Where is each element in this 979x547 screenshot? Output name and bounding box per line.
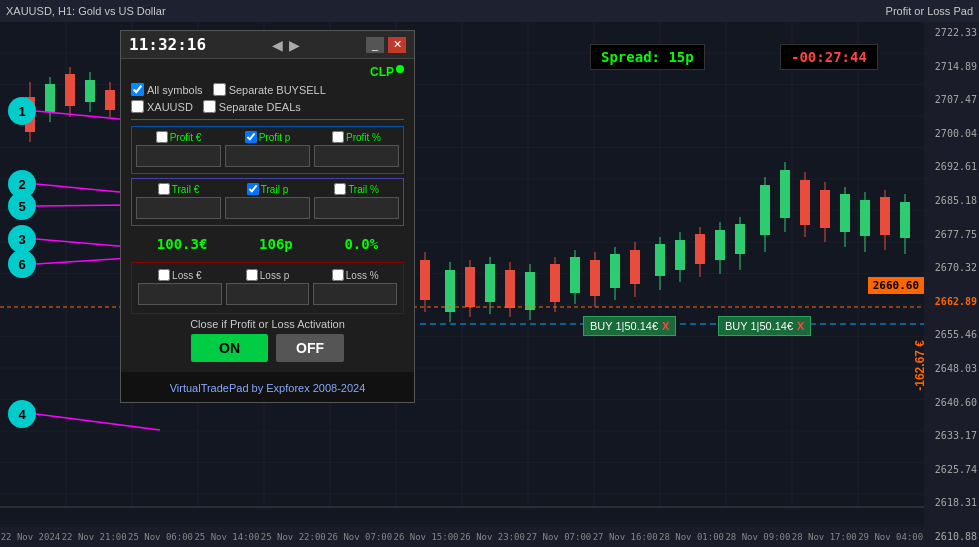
- time-14: 29 Nov 04:00: [858, 532, 923, 542]
- annotation-6: 6: [8, 250, 36, 278]
- svg-rect-87: [760, 185, 770, 235]
- price-2640: 2640.60: [926, 397, 977, 408]
- time-11: 28 Nov 01:00: [659, 532, 724, 542]
- profit-p-group: Profit p 50: [225, 131, 310, 167]
- trail-pct-cb[interactable]: [334, 183, 346, 195]
- profit-p-cb[interactable]: [245, 131, 257, 143]
- svg-rect-25: [105, 90, 115, 110]
- cb-all-symbols-input[interactable]: [131, 83, 144, 96]
- trail-euro-cb[interactable]: [158, 183, 170, 195]
- profit-label-row: Profit € 0 Profit p 50 Profit %: [136, 131, 399, 167]
- timer-box: -00:27:44: [780, 44, 878, 70]
- time-2: 22 Nov 21:00: [62, 532, 127, 542]
- cb-all-symbols-label: All symbols: [147, 84, 203, 96]
- cb-separate-deals[interactable]: Separate DEALs: [203, 100, 301, 113]
- profit-p-input[interactable]: 50: [225, 145, 310, 167]
- buy-badge-1[interactable]: BUY 1|50.14€ X: [583, 316, 676, 336]
- svg-rect-81: [695, 234, 705, 264]
- svg-rect-61: [485, 264, 495, 302]
- time-8: 26 Nov 23:00: [460, 532, 525, 542]
- loss-euro-group: Loss € 0: [138, 269, 222, 305]
- svg-rect-89: [780, 170, 790, 218]
- vtp-controls: _ ✕: [366, 37, 406, 53]
- profit-pct-input[interactable]: 0: [314, 145, 399, 167]
- svg-rect-85: [735, 224, 745, 254]
- annotation-5: 5: [8, 192, 36, 220]
- vtp-minimize-btn[interactable]: _: [366, 37, 384, 53]
- loss-euro-label: Loss €: [172, 270, 201, 281]
- profit-pct-cb[interactable]: [332, 131, 344, 143]
- loss-p-cb[interactable]: [246, 269, 258, 281]
- clp-row: CLP: [131, 65, 404, 79]
- clp-label: CLP: [370, 65, 394, 79]
- price-2633: 2633.17: [926, 430, 977, 441]
- profit-euro-input[interactable]: 0: [136, 145, 221, 167]
- trail-section: Trail € 0 Trail p 20 Trail %: [131, 178, 404, 226]
- loss-pct-input[interactable]: 0: [313, 283, 397, 305]
- buy-badge-1-close[interactable]: X: [662, 320, 669, 332]
- loss-euro-cb[interactable]: [158, 269, 170, 281]
- vtp-nav: ◀ ▶: [272, 37, 300, 53]
- trail-label-row: Trail € 0 Trail p 20 Trail %: [136, 183, 399, 219]
- vtp-footer: VirtualTradePad by Expforex 2008-2024: [121, 372, 414, 402]
- annotation-1: 1: [8, 97, 36, 125]
- loss-section: Loss € 0 Loss p 0 Loss % 0: [131, 262, 404, 314]
- vtp-nav-left[interactable]: ◀: [272, 37, 283, 53]
- loss-pct-cb[interactable]: [332, 269, 344, 281]
- trail-p-input[interactable]: 20: [225, 197, 310, 219]
- buy-badge-1-label: BUY 1|50.14€: [590, 320, 658, 332]
- loss-label-row: Loss € 0 Loss p 0 Loss % 0: [138, 269, 397, 305]
- chart-top-right: Profit or Loss Pad: [886, 5, 973, 17]
- profit-pct-label: Profit %: [346, 132, 381, 143]
- checkbox-row-2: XAUUSD Separate DEALs: [131, 100, 404, 113]
- buy-badge-2-label: BUY 1|50.14€: [725, 320, 793, 332]
- off-button[interactable]: OFF: [276, 334, 344, 362]
- trail-euro-input[interactable]: 0: [136, 197, 221, 219]
- vtp-close-btn[interactable]: ✕: [388, 37, 406, 53]
- svg-rect-67: [550, 264, 560, 302]
- spread-box: Spread: 15p: [590, 44, 705, 70]
- loss-pct-group: Loss % 0: [313, 269, 397, 305]
- trail-pct-group: Trail % 0: [314, 183, 399, 219]
- svg-rect-71: [590, 260, 600, 296]
- annotation-3: 3: [8, 225, 36, 253]
- cb-xauusd[interactable]: XAUUSD: [131, 100, 193, 113]
- trail-p-label: Trail p: [261, 184, 288, 195]
- svg-rect-99: [880, 197, 890, 235]
- trail-p-cb[interactable]: [247, 183, 259, 195]
- trail-pct-label: Trail %: [348, 184, 379, 195]
- svg-rect-77: [655, 244, 665, 276]
- time-1: 22 Nov 2024: [1, 532, 61, 542]
- vtp-time: 11:32:16: [129, 35, 206, 54]
- on-button[interactable]: ON: [191, 334, 268, 362]
- annotation-4: 4: [8, 400, 36, 428]
- vtp-titlebar: 11:32:16 ◀ ▶ _ ✕: [121, 31, 414, 59]
- svg-rect-21: [65, 74, 75, 106]
- svg-rect-91: [800, 180, 810, 225]
- cb-separate-deals-label: Separate DEALs: [219, 101, 301, 113]
- vtp-nav-right[interactable]: ▶: [289, 37, 300, 53]
- cb-separate-buysell[interactable]: Separate BUYSELL: [213, 83, 326, 96]
- pnl-vertical: -162.67 €: [913, 340, 927, 391]
- loss-p-input[interactable]: 0: [226, 283, 310, 305]
- cb-separate-buysell-input[interactable]: [213, 83, 226, 96]
- clp-dot: [396, 65, 404, 73]
- svg-rect-57: [445, 270, 455, 312]
- profit-euro-cb[interactable]: [156, 131, 168, 143]
- cb-separate-deals-input[interactable]: [203, 100, 216, 113]
- vtp-panel: 11:32:16 ◀ ▶ _ ✕ CLP All symbols Separat…: [120, 30, 415, 403]
- cb-all-symbols[interactable]: All symbols: [131, 83, 203, 96]
- svg-rect-75: [630, 250, 640, 284]
- profit-p-label: Profit p: [259, 132, 291, 143]
- time-9: 27 Nov 07:00: [526, 532, 591, 542]
- cb-xauusd-input[interactable]: [131, 100, 144, 113]
- svg-rect-55: [420, 260, 430, 300]
- price-2677: 2677.75: [926, 229, 977, 240]
- vtp-body: CLP All symbols Separate BUYSELL XAUUSD …: [121, 59, 414, 372]
- buy-badge-2[interactable]: BUY 1|50.14€ X: [718, 316, 811, 336]
- time-7: 26 Nov 15:00: [394, 532, 459, 542]
- loss-euro-input[interactable]: 0: [138, 283, 222, 305]
- vtp-footer-link[interactable]: VirtualTradePad by Expforex 2008-2024: [170, 382, 366, 394]
- trail-pct-input[interactable]: 0: [314, 197, 399, 219]
- buy-badge-2-close[interactable]: X: [797, 320, 804, 332]
